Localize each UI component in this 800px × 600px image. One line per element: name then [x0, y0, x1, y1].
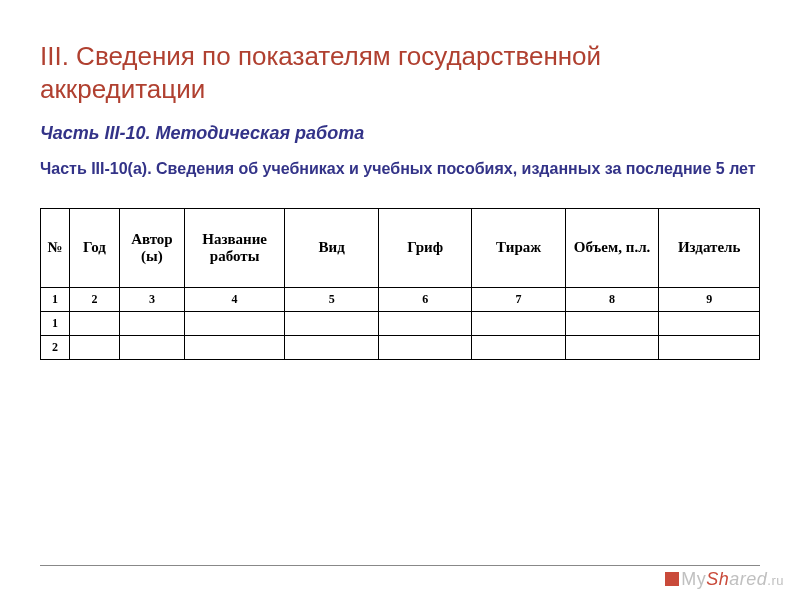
cell — [472, 335, 565, 359]
cell — [659, 311, 760, 335]
colnum-cell: 9 — [659, 287, 760, 311]
cell — [69, 335, 119, 359]
cell — [565, 335, 658, 359]
cell — [184, 311, 285, 335]
header-grif: Гриф — [378, 208, 471, 287]
table-header-row: № Год Автор (ы) Название работы Вид Гриф… — [41, 208, 760, 287]
table-row: 1 — [41, 311, 760, 335]
colnum-cell: 3 — [120, 287, 185, 311]
watermark-text-my: My — [681, 569, 706, 589]
colnum-cell: 4 — [184, 287, 285, 311]
cell — [120, 335, 185, 359]
cell — [659, 335, 760, 359]
header-number: № — [41, 208, 70, 287]
watermark-text-ared: ared — [729, 569, 767, 589]
header-year: Год — [69, 208, 119, 287]
cell — [565, 311, 658, 335]
cell — [285, 311, 378, 335]
cell — [472, 311, 565, 335]
cell — [184, 335, 285, 359]
watermark-text-ru: .ru — [767, 573, 784, 588]
row-number: 1 — [41, 311, 70, 335]
watermark-text-sh: Sh — [706, 569, 729, 589]
cell — [285, 335, 378, 359]
cell — [378, 335, 471, 359]
header-title: Название работы — [184, 208, 285, 287]
table-column-number-row: 1 2 3 4 5 6 7 8 9 — [41, 287, 760, 311]
row-number: 2 — [41, 335, 70, 359]
footer-divider — [40, 565, 760, 566]
cell — [378, 311, 471, 335]
table-row: 2 — [41, 335, 760, 359]
watermark-logo-icon — [665, 572, 679, 586]
publications-table: № Год Автор (ы) Название работы Вид Гриф… — [40, 208, 760, 360]
header-volume: Объем, п.л. — [565, 208, 658, 287]
cell — [69, 311, 119, 335]
header-publisher: Издатель — [659, 208, 760, 287]
colnum-cell: 1 — [41, 287, 70, 311]
header-tirage: Тираж — [472, 208, 565, 287]
colnum-cell: 7 — [472, 287, 565, 311]
header-type: Вид — [285, 208, 378, 287]
watermark: MyShared.ru — [665, 569, 784, 590]
subtitle-part: Часть III-10. Методическая работа — [40, 123, 760, 144]
subtitle-subpart: Часть III-10(а). Сведения об учебниках и… — [40, 158, 760, 180]
main-title: III. Сведения по показателям государстве… — [40, 40, 760, 105]
cell — [120, 311, 185, 335]
colnum-cell: 5 — [285, 287, 378, 311]
header-author: Автор (ы) — [120, 208, 185, 287]
colnum-cell: 6 — [378, 287, 471, 311]
colnum-cell: 8 — [565, 287, 658, 311]
colnum-cell: 2 — [69, 287, 119, 311]
